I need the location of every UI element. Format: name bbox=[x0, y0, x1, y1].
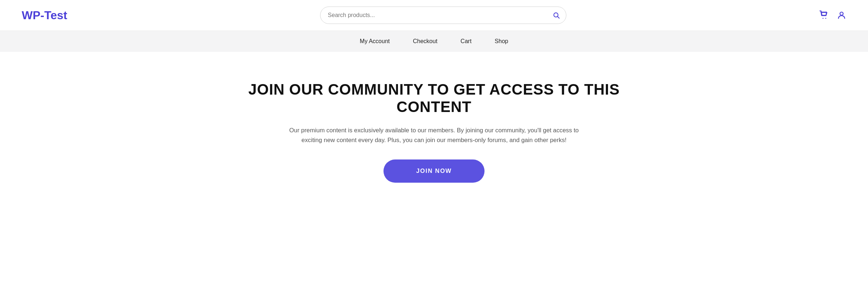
main-navbar: My Account Checkout Cart Shop bbox=[0, 31, 868, 52]
nav-cart[interactable]: Cart bbox=[449, 31, 483, 52]
header-icons bbox=[819, 11, 846, 20]
search-wrapper bbox=[320, 7, 566, 24]
site-header: WP-Test bbox=[0, 0, 868, 31]
main-heading: JOIN OUR COMMUNITY TO GET ACCESS TO THIS… bbox=[235, 81, 633, 116]
nav-shop[interactable]: Shop bbox=[483, 31, 520, 52]
join-now-button[interactable]: JOIN NOW bbox=[383, 159, 484, 183]
search-icon bbox=[553, 12, 560, 19]
search-input[interactable] bbox=[320, 7, 566, 24]
cart-icon bbox=[819, 11, 829, 20]
main-content: JOIN OUR COMMUNITY TO GET ACCESS TO THIS… bbox=[0, 52, 868, 219]
site-logo[interactable]: WP-Test bbox=[22, 9, 67, 22]
svg-point-3 bbox=[822, 18, 823, 19]
user-icon bbox=[837, 11, 846, 20]
svg-point-4 bbox=[825, 18, 826, 19]
navbar-inner: My Account Checkout Cart Shop bbox=[348, 31, 520, 52]
nav-my-account[interactable]: My Account bbox=[348, 31, 402, 52]
svg-line-1 bbox=[558, 17, 559, 18]
main-description: Our premium content is exclusively avail… bbox=[278, 126, 590, 145]
search-button[interactable] bbox=[553, 12, 560, 19]
nav-checkout[interactable]: Checkout bbox=[401, 31, 449, 52]
svg-point-5 bbox=[840, 12, 843, 15]
account-button[interactable] bbox=[837, 11, 846, 20]
cart-button[interactable] bbox=[819, 11, 829, 20]
